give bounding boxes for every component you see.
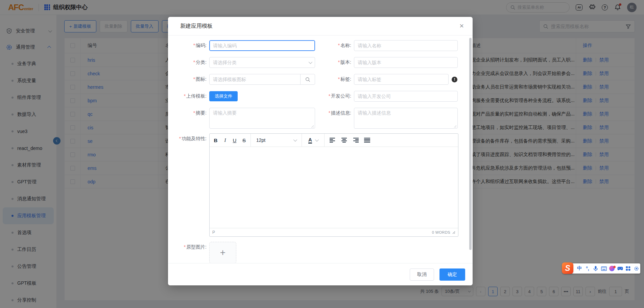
cancel-button[interactable]: 取消	[410, 268, 434, 281]
prototype-label: *原型图片:	[177, 242, 209, 250]
close-icon[interactable]: ×	[459, 22, 464, 30]
editor-toolbar: B I U S 12pt A	[210, 134, 458, 147]
tags-input[interactable]	[354, 74, 449, 85]
features-label: *功能及特性:	[177, 133, 209, 142]
align-center-icon[interactable]	[340, 136, 349, 145]
resize-grip-icon[interactable]	[311, 125, 314, 128]
description-label: *描述信息:	[315, 108, 354, 116]
name-input[interactable]	[354, 40, 458, 51]
chevron-down-icon	[293, 138, 297, 142]
rich-text-editor: B I U S 12pt A	[209, 133, 458, 237]
plus-icon: +	[220, 247, 225, 258]
ime-toolbar: S 中 °,	[563, 263, 640, 274]
icon-picker[interactable]	[209, 74, 315, 85]
resize-grip-icon[interactable]	[454, 125, 457, 128]
name-label: *名称:	[315, 43, 354, 49]
text-color-button[interactable]: A	[304, 134, 323, 147]
code-input[interactable]	[209, 40, 315, 51]
new-template-modal: 新建应用模板 × *编码: *名称: *分类: *版本: *图标:	[168, 17, 473, 285]
strikethrough-button[interactable]: S	[239, 134, 249, 147]
info-icon: !	[452, 77, 457, 82]
resize-grip-icon[interactable]	[452, 231, 455, 234]
confirm-button[interactable]: 确定	[439, 268, 465, 281]
version-input[interactable]	[354, 57, 458, 68]
search-icon[interactable]	[300, 74, 315, 85]
category-select[interactable]	[209, 57, 315, 68]
soft-keyboard-icon[interactable]	[600, 266, 608, 271]
ime-toolbox-icon[interactable]	[616, 266, 624, 271]
editor-content-area[interactable]	[210, 147, 458, 228]
word-count: 0 WORDS	[432, 230, 450, 234]
company-input[interactable]	[354, 91, 458, 102]
italic-button[interactable]: I	[220, 134, 230, 147]
summary-textarea[interactable]	[209, 108, 315, 129]
chevron-down-icon	[315, 138, 319, 142]
icon-label: *图标:	[177, 76, 209, 82]
choose-file-button[interactable]: 选择文件	[209, 91, 238, 101]
modal-scrollbar[interactable]	[469, 38, 472, 250]
ime-menu-grid-icon[interactable]	[624, 266, 632, 271]
ime-skin-icon[interactable]	[608, 266, 616, 271]
align-left-icon[interactable]	[328, 136, 337, 145]
underline-button[interactable]: U	[230, 134, 239, 147]
ime-settings-icon[interactable]	[632, 266, 640, 271]
microphone-icon[interactable]	[592, 266, 600, 271]
upload-label: *上传模板:	[177, 93, 209, 99]
modal-body: *编码: *名称: *分类: *版本: *图标: *标签:	[168, 35, 473, 263]
description-textarea[interactable]	[354, 108, 458, 129]
summary-label: *摘要:	[177, 108, 209, 116]
ime-chinese-mode-icon[interactable]: 中	[575, 265, 583, 272]
tags-label: *标签:	[315, 76, 354, 82]
align-justify-icon[interactable]	[363, 136, 372, 145]
align-right-icon[interactable]	[351, 136, 360, 145]
editor-status-bar: P 0 WORDS	[210, 228, 458, 236]
modal-title: 新建应用模板	[180, 23, 213, 30]
editor-element-path: P	[212, 230, 215, 235]
company-label: *开发公司:	[315, 93, 354, 99]
prototype-upload-box[interactable]: +	[209, 242, 236, 263]
sogou-logo-icon[interactable]: S	[562, 262, 573, 274]
bold-button[interactable]: B	[211, 134, 220, 147]
version-label: *版本:	[315, 59, 354, 66]
ime-punctuation-icon[interactable]: °,	[583, 266, 592, 271]
font-size-select[interactable]: 12pt	[253, 134, 300, 147]
category-label: *分类:	[177, 59, 209, 66]
code-label: *编码:	[177, 43, 209, 49]
